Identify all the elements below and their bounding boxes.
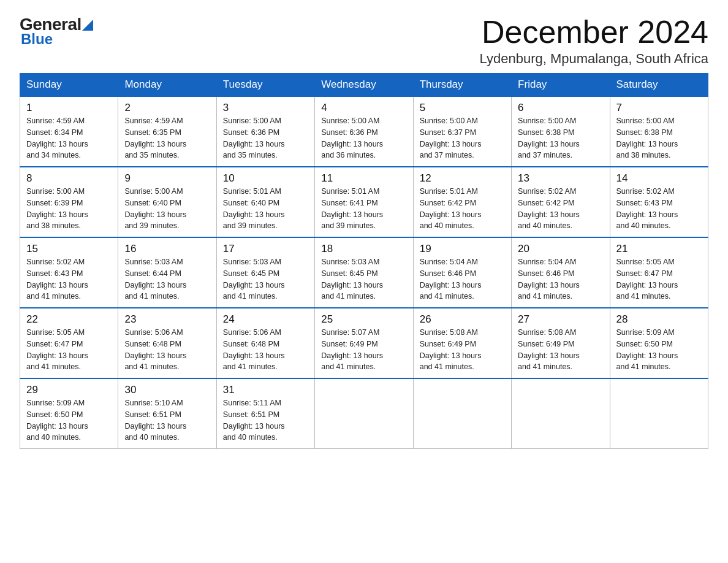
week-row-3: 15 Sunrise: 5:02 AM Sunset: 6:43 PM Dayl… [20, 237, 708, 308]
calendar-cell: 10 Sunrise: 5:01 AM Sunset: 6:40 PM Dayl… [216, 167, 314, 237]
week-row-4: 22 Sunrise: 5:05 AM Sunset: 6:47 PM Dayl… [20, 308, 708, 378]
day-number: 1 [26, 102, 112, 114]
day-info: Sunrise: 5:09 AM Sunset: 6:50 PM Dayligh… [26, 397, 112, 443]
calendar-cell: 12 Sunrise: 5:01 AM Sunset: 6:42 PM Dayl… [413, 167, 511, 237]
day-number: 23 [124, 313, 210, 326]
day-number: 3 [223, 102, 308, 114]
calendar-cell: 24 Sunrise: 5:06 AM Sunset: 6:48 PM Dayl… [216, 308, 314, 378]
day-info: Sunrise: 5:02 AM Sunset: 6:43 PM Dayligh… [26, 256, 112, 302]
day-number: 5 [420, 102, 505, 114]
calendar-cell [610, 378, 708, 449]
cell-content: 30 Sunrise: 5:10 AM Sunset: 6:51 PM Dayl… [124, 384, 210, 443]
cell-content: 16 Sunrise: 5:03 AM Sunset: 6:44 PM Dayl… [124, 243, 210, 302]
day-info: Sunrise: 5:07 AM Sunset: 6:49 PM Dayligh… [321, 327, 406, 373]
week-row-5: 29 Sunrise: 5:09 AM Sunset: 6:50 PM Dayl… [20, 378, 708, 449]
weekday-header-friday: Friday [512, 74, 610, 97]
day-number: 21 [616, 243, 702, 255]
day-info: Sunrise: 5:01 AM Sunset: 6:41 PM Dayligh… [321, 186, 406, 232]
day-number: 15 [26, 243, 112, 255]
calendar-cell: 20 Sunrise: 5:04 AM Sunset: 6:46 PM Dayl… [512, 237, 610, 308]
weekday-header-sunday: Sunday [20, 74, 118, 97]
svg-marker-0 [82, 20, 93, 31]
day-number: 20 [518, 243, 603, 255]
weekday-header-thursday: Thursday [413, 74, 511, 97]
month-year-title: December 2024 [480, 15, 708, 50]
cell-content: 20 Sunrise: 5:04 AM Sunset: 6:46 PM Dayl… [518, 243, 603, 302]
day-info: Sunrise: 5:00 AM Sunset: 6:36 PM Dayligh… [321, 115, 406, 161]
logo-blue-text: Blue [21, 31, 93, 48]
cell-content: 1 Sunrise: 4:59 AM Sunset: 6:34 PM Dayli… [26, 102, 112, 161]
cell-content: 8 Sunrise: 5:00 AM Sunset: 6:39 PM Dayli… [26, 172, 112, 232]
day-number: 27 [518, 313, 603, 326]
cell-content: 4 Sunrise: 5:00 AM Sunset: 6:36 PM Dayli… [321, 102, 406, 161]
cell-content: 3 Sunrise: 5:00 AM Sunset: 6:36 PM Dayli… [223, 102, 308, 161]
day-number: 14 [616, 172, 702, 185]
cell-content: 26 Sunrise: 5:08 AM Sunset: 6:49 PM Dayl… [420, 313, 505, 373]
day-info: Sunrise: 5:01 AM Sunset: 6:42 PM Dayligh… [420, 186, 505, 232]
day-number: 19 [420, 243, 505, 255]
day-number: 12 [420, 172, 505, 185]
cell-content: 17 Sunrise: 5:03 AM Sunset: 6:45 PM Dayl… [223, 243, 308, 302]
calendar-cell: 11 Sunrise: 5:01 AM Sunset: 6:41 PM Dayl… [315, 167, 413, 237]
cell-content: 31 Sunrise: 5:11 AM Sunset: 6:51 PM Dayl… [223, 384, 308, 443]
day-info: Sunrise: 5:03 AM Sunset: 6:45 PM Dayligh… [321, 256, 406, 302]
calendar-cell: 19 Sunrise: 5:04 AM Sunset: 6:46 PM Dayl… [413, 237, 511, 308]
weekday-header-wednesday: Wednesday [315, 74, 413, 97]
calendar-cell: 13 Sunrise: 5:02 AM Sunset: 6:42 PM Dayl… [512, 167, 610, 237]
calendar-cell: 21 Sunrise: 5:05 AM Sunset: 6:47 PM Dayl… [610, 237, 708, 308]
calendar-cell [512, 378, 610, 449]
day-info: Sunrise: 5:09 AM Sunset: 6:50 PM Dayligh… [616, 327, 702, 373]
day-info: Sunrise: 5:06 AM Sunset: 6:48 PM Dayligh… [124, 327, 210, 373]
day-number: 26 [420, 313, 505, 326]
day-info: Sunrise: 5:00 AM Sunset: 6:36 PM Dayligh… [223, 115, 308, 161]
cell-content: 18 Sunrise: 5:03 AM Sunset: 6:45 PM Dayl… [321, 243, 406, 302]
cell-content: 9 Sunrise: 5:00 AM Sunset: 6:40 PM Dayli… [124, 172, 210, 232]
weekday-header-monday: Monday [118, 74, 216, 97]
day-number: 6 [518, 102, 603, 114]
cell-content: 10 Sunrise: 5:01 AM Sunset: 6:40 PM Dayl… [223, 172, 308, 232]
calendar-cell: 25 Sunrise: 5:07 AM Sunset: 6:49 PM Dayl… [315, 308, 413, 378]
day-number: 10 [223, 172, 308, 185]
calendar-cell: 3 Sunrise: 5:00 AM Sunset: 6:36 PM Dayli… [216, 96, 314, 167]
calendar-cell: 22 Sunrise: 5:05 AM Sunset: 6:47 PM Dayl… [20, 308, 118, 378]
calendar-cell: 5 Sunrise: 5:00 AM Sunset: 6:37 PM Dayli… [413, 96, 511, 167]
day-number: 25 [321, 313, 406, 326]
logo-area: General Blue [20, 15, 93, 48]
day-info: Sunrise: 5:04 AM Sunset: 6:46 PM Dayligh… [420, 256, 505, 302]
day-info: Sunrise: 5:00 AM Sunset: 6:39 PM Dayligh… [26, 186, 112, 232]
day-info: Sunrise: 5:08 AM Sunset: 6:49 PM Dayligh… [420, 327, 505, 373]
calendar-cell: 7 Sunrise: 5:00 AM Sunset: 6:38 PM Dayli… [610, 96, 708, 167]
day-info: Sunrise: 5:00 AM Sunset: 6:37 PM Dayligh… [420, 115, 505, 161]
day-info: Sunrise: 5:08 AM Sunset: 6:49 PM Dayligh… [518, 327, 603, 373]
day-number: 22 [26, 313, 112, 326]
calendar-cell: 31 Sunrise: 5:11 AM Sunset: 6:51 PM Dayl… [216, 378, 314, 449]
cell-content: 7 Sunrise: 5:00 AM Sunset: 6:38 PM Dayli… [616, 102, 702, 161]
calendar-cell: 30 Sunrise: 5:10 AM Sunset: 6:51 PM Dayl… [118, 378, 216, 449]
cell-content: 5 Sunrise: 5:00 AM Sunset: 6:37 PM Dayli… [420, 102, 505, 161]
day-number: 30 [124, 384, 210, 396]
calendar-cell: 1 Sunrise: 4:59 AM Sunset: 6:34 PM Dayli… [20, 96, 118, 167]
day-number: 2 [124, 102, 210, 114]
day-number: 29 [26, 384, 112, 396]
day-info: Sunrise: 4:59 AM Sunset: 6:34 PM Dayligh… [26, 115, 112, 161]
cell-content: 2 Sunrise: 4:59 AM Sunset: 6:35 PM Dayli… [124, 102, 210, 161]
cell-content: 13 Sunrise: 5:02 AM Sunset: 6:42 PM Dayl… [518, 172, 603, 232]
cell-content: 6 Sunrise: 5:00 AM Sunset: 6:38 PM Dayli… [518, 102, 603, 161]
calendar-cell: 26 Sunrise: 5:08 AM Sunset: 6:49 PM Dayl… [413, 308, 511, 378]
day-info: Sunrise: 5:10 AM Sunset: 6:51 PM Dayligh… [124, 397, 210, 443]
calendar-cell: 23 Sunrise: 5:06 AM Sunset: 6:48 PM Dayl… [118, 308, 216, 378]
calendar-table: SundayMondayTuesdayWednesdayThursdayFrid… [20, 73, 708, 449]
calendar-cell: 27 Sunrise: 5:08 AM Sunset: 6:49 PM Dayl… [512, 308, 610, 378]
day-number: 13 [518, 172, 603, 185]
calendar-cell: 14 Sunrise: 5:02 AM Sunset: 6:43 PM Dayl… [610, 167, 708, 237]
day-info: Sunrise: 5:01 AM Sunset: 6:40 PM Dayligh… [223, 186, 308, 232]
cell-content: 11 Sunrise: 5:01 AM Sunset: 6:41 PM Dayl… [321, 172, 406, 232]
day-info: Sunrise: 5:05 AM Sunset: 6:47 PM Dayligh… [616, 256, 702, 302]
weekday-header-saturday: Saturday [610, 74, 708, 97]
day-info: Sunrise: 5:05 AM Sunset: 6:47 PM Dayligh… [26, 327, 112, 373]
cell-content: 14 Sunrise: 5:02 AM Sunset: 6:43 PM Dayl… [616, 172, 702, 232]
calendar-cell: 4 Sunrise: 5:00 AM Sunset: 6:36 PM Dayli… [315, 96, 413, 167]
cell-content: 29 Sunrise: 5:09 AM Sunset: 6:50 PM Dayl… [26, 384, 112, 443]
day-number: 11 [321, 172, 406, 185]
calendar-cell: 29 Sunrise: 5:09 AM Sunset: 6:50 PM Dayl… [20, 378, 118, 449]
